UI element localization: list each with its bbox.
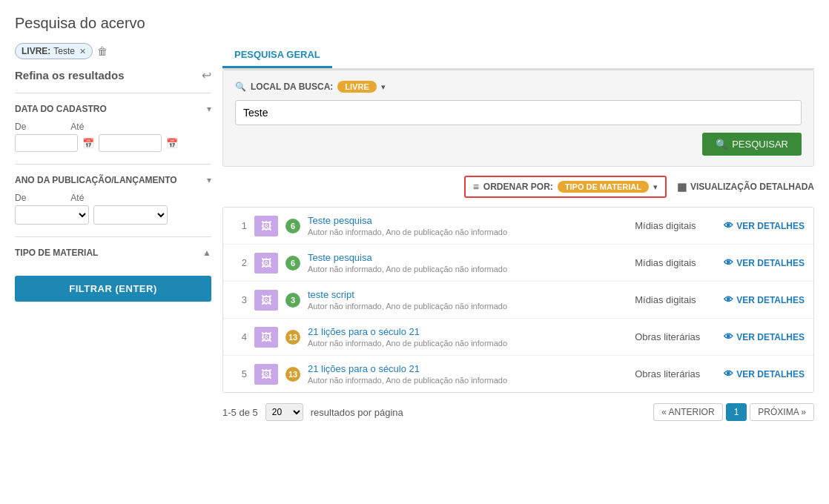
calendar-ate-icon[interactable]: 📅 bbox=[166, 138, 178, 149]
filter-section-data-cadastro-header[interactable]: DATA DO CADASTRO ▾ bbox=[15, 101, 211, 117]
tabs-bar: PESQUISA GERAL bbox=[222, 43, 814, 70]
filter-date-labels: De Até bbox=[15, 122, 211, 132]
result-thumb: 🖼 bbox=[254, 327, 278, 348]
result-info: teste script Autor não informado, Ano de… bbox=[308, 289, 627, 311]
view-icon: ▦ bbox=[677, 181, 687, 193]
filter-section-ano-publicacao-title: ANO DA PUBLICAÇÃO/LANÇAMENTO bbox=[15, 175, 177, 185]
result-detail-link[interactable]: 👁 VER DETALHES bbox=[724, 368, 805, 379]
result-type: Obras literárias bbox=[635, 331, 716, 342]
search-panel: 🔍 LOCAL DA BUSCA: LIVRE ▾ 🔍 PESQUISAR bbox=[222, 70, 814, 167]
thumb-icon: 🖼 bbox=[261, 257, 271, 269]
result-detail-link[interactable]: 👁 VER DETALHES bbox=[724, 257, 805, 268]
thumb-icon: 🖼 bbox=[261, 331, 271, 343]
eye-icon: 👁 bbox=[724, 294, 733, 305]
table-row: 4 🖼 13 21 lições para o século 21 Autor … bbox=[223, 319, 813, 356]
result-meta: Autor não informado, Ano de publicação n… bbox=[308, 302, 627, 311]
filter-section-ano-publicacao-chevron: ▾ bbox=[207, 175, 211, 185]
filter-ano-inputs-row bbox=[15, 205, 211, 225]
filter-de-label: De bbox=[15, 122, 26, 132]
busca-dropdown-arrow-icon[interactable]: ▾ bbox=[381, 82, 386, 92]
result-title[interactable]: Teste pesquisa bbox=[308, 252, 627, 263]
eye-icon: 👁 bbox=[724, 257, 733, 268]
result-detail-link[interactable]: 👁 VER DETALHES bbox=[724, 220, 805, 231]
eye-icon: 👁 bbox=[724, 368, 733, 379]
result-title[interactable]: Teste pesquisa bbox=[308, 215, 627, 226]
result-meta: Autor não informado, Ano de publicação n… bbox=[308, 265, 627, 273]
result-info: 21 lições para o século 21 Autor não inf… bbox=[308, 363, 627, 385]
search-button-label: PESQUISAR bbox=[732, 139, 788, 150]
sort-label: ORDENAR POR: bbox=[483, 182, 553, 192]
result-num: 2 bbox=[232, 257, 247, 268]
search-input[interactable] bbox=[235, 100, 802, 125]
filter-ano-de-select[interactable] bbox=[15, 205, 89, 225]
result-thumb: 🖼 bbox=[254, 253, 278, 273]
result-meta: Autor não informado, Ano de publicação n… bbox=[308, 339, 627, 348]
result-detail-label: VER DETALHES bbox=[736, 369, 805, 379]
results-list: 1 🖼 6 Teste pesquisa Autor não informado… bbox=[222, 207, 814, 393]
eye-icon: 👁 bbox=[724, 331, 733, 342]
sort-section: ≡ ORDENAR POR: TIPO DE MATERIAL ▾ bbox=[464, 176, 667, 198]
filter-button[interactable]: FILTRAR (ENTER) bbox=[15, 276, 211, 302]
livre-badge: LIVRE bbox=[337, 81, 376, 93]
filter-trash-icon[interactable]: 🗑 bbox=[97, 45, 108, 57]
sort-value-badge: TIPO DE MATERIAL bbox=[558, 181, 649, 193]
filter-tag-close-icon[interactable]: ✕ bbox=[79, 47, 86, 56]
sort-dropdown-arrow-icon[interactable]: ▾ bbox=[653, 182, 658, 192]
view-section[interactable]: ▦ VISUALIZAÇÃO DETALHADA bbox=[677, 181, 814, 193]
filter-tag-row: LIVRE: Teste ✕ 🗑 bbox=[15, 43, 211, 59]
next-page-button[interactable]: PRÓXIMA » bbox=[750, 403, 814, 421]
filter-ano-labels: De Até bbox=[15, 193, 211, 203]
filter-section-ano-publicacao-header[interactable]: ANO DA PUBLICAÇÃO/LANÇAMENTO ▾ bbox=[15, 172, 211, 188]
result-meta: Autor não informado, Ano de publicação n… bbox=[308, 228, 627, 236]
refina-title: Refina os resultados bbox=[15, 69, 125, 82]
table-row: 1 🖼 6 Teste pesquisa Autor não informado… bbox=[223, 208, 813, 245]
search-icon-small: 🔍 bbox=[235, 82, 246, 92]
refina-back-icon[interactable]: ↩ bbox=[202, 68, 211, 82]
tab-pesquisa-geral[interactable]: PESQUISA GERAL bbox=[222, 43, 332, 68]
result-thumb: 🖼 bbox=[254, 364, 278, 385]
result-detail-label: VER DETALHES bbox=[736, 221, 805, 231]
main-layout: LIVRE: Teste ✕ 🗑 Refina os resultados ↩ … bbox=[15, 43, 814, 421]
filter-date-ate-input[interactable] bbox=[99, 134, 162, 152]
result-detail-link[interactable]: 👁 VER DETALHES bbox=[724, 294, 805, 305]
result-type: Mídias digitais bbox=[635, 294, 716, 305]
result-num: 4 bbox=[232, 331, 247, 342]
result-detail-link[interactable]: 👁 VER DETALHES bbox=[724, 331, 805, 342]
filter-tag: LIVRE: Teste ✕ bbox=[15, 43, 93, 59]
result-count-badge: 6 bbox=[285, 219, 300, 233]
local-busca-label: LOCAL DA BUSCA: bbox=[251, 82, 333, 92]
filter-tag-value: Teste bbox=[53, 46, 75, 56]
eye-icon: 👁 bbox=[724, 220, 733, 231]
result-info: 21 lições para o século 21 Autor não inf… bbox=[308, 326, 627, 348]
prev-page-button[interactable]: « ANTERIOR bbox=[653, 403, 722, 421]
thumb-icon: 🖼 bbox=[261, 368, 271, 380]
result-detail-label: VER DETALHES bbox=[736, 258, 805, 268]
result-count-badge: 13 bbox=[285, 367, 300, 382]
result-info: Teste pesquisa Autor não informado, Ano … bbox=[308, 252, 627, 273]
search-btn-row: 🔍 PESQUISAR bbox=[235, 133, 802, 156]
result-count-badge: 13 bbox=[285, 330, 300, 345]
filter-tag-prefix: LIVRE: bbox=[22, 46, 50, 56]
filter-ano-de-label: De bbox=[15, 193, 26, 203]
result-num: 5 bbox=[232, 368, 247, 379]
result-title[interactable]: teste script bbox=[308, 289, 627, 300]
refina-header: Refina os resultados ↩ bbox=[15, 68, 211, 82]
current-page-button[interactable]: 1 bbox=[726, 403, 747, 421]
search-button[interactable]: 🔍 PESQUISAR bbox=[702, 133, 802, 156]
sort-icon: ≡ bbox=[473, 181, 479, 193]
filter-section-data-cadastro-title: DATA DO CADASTRO bbox=[15, 104, 107, 114]
result-title[interactable]: 21 lições para o século 21 bbox=[308, 326, 627, 337]
filter-ano-ate-select[interactable] bbox=[93, 205, 168, 225]
per-page-select[interactable]: 102050100 bbox=[265, 403, 303, 421]
filter-section-tipo-material-header[interactable]: TIPO DE MATERIAL ▲ bbox=[15, 245, 211, 261]
filter-section-tipo-material-chevron: ▲ bbox=[202, 248, 211, 258]
view-label: VISUALIZAÇÃO DETALHADA bbox=[690, 182, 814, 192]
result-num: 3 bbox=[232, 294, 247, 305]
calendar-de-icon[interactable]: 📅 bbox=[82, 138, 94, 149]
result-meta: Autor não informado, Ano de publicação n… bbox=[308, 376, 627, 385]
result-title[interactable]: 21 lições para o século 21 bbox=[308, 363, 627, 374]
table-row: 2 🖼 6 Teste pesquisa Autor não informado… bbox=[223, 245, 813, 282]
sidebar: LIVRE: Teste ✕ 🗑 Refina os resultados ↩ … bbox=[15, 43, 222, 421]
content-area: PESQUISA GERAL 🔍 LOCAL DA BUSCA: LIVRE ▾… bbox=[222, 43, 814, 421]
filter-date-de-input[interactable] bbox=[15, 134, 78, 152]
